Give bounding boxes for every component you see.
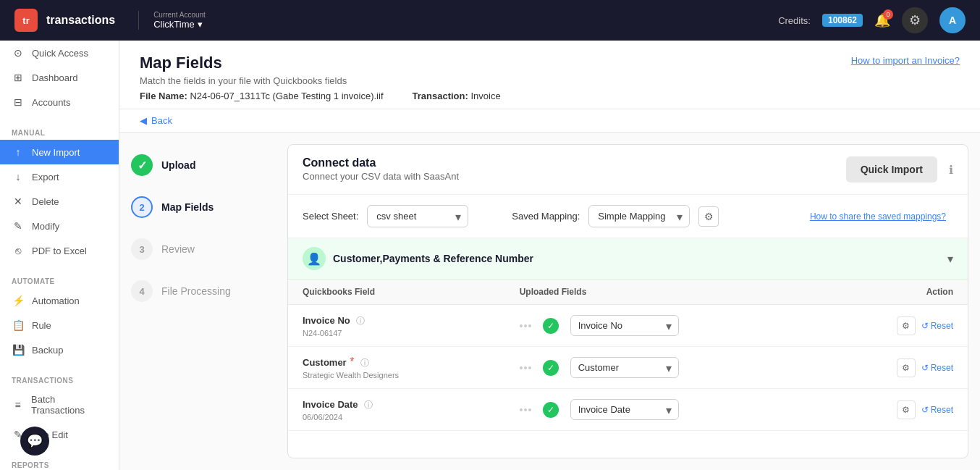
group-header-left: 👤 Customer,Payments & Reference Number [303, 247, 533, 270]
sidebar-item-pdf-to-excel[interactable]: ⎋ PDF to Excel [0, 238, 119, 263]
card-body: 👤 Customer,Payments & Reference Number ▾… [288, 238, 968, 458]
sidebar-item-delete[interactable]: ✕ Delete [0, 189, 119, 214]
col-qb-field: Quickbooks Field [303, 287, 520, 297]
sidebar-item-export[interactable]: ↓ Export [0, 164, 119, 189]
account-name[interactable]: ClickTime ▾ [153, 19, 206, 30]
avatar[interactable]: A [939, 7, 966, 33]
sidebar-item-label: Automation [32, 295, 80, 306]
reports-section-label: REPORTS [0, 453, 119, 470]
how-to-import-link[interactable]: How to import an Invoice? [851, 55, 960, 66]
main-layout: ⊙ Quick Access ⊞ Dashboard ⊟ Accounts MA… [0, 41, 980, 470]
field-settings-button[interactable]: ⚙ [897, 316, 916, 335]
app-header: tr transactions Current Account ClickTim… [0, 0, 980, 41]
notification-button[interactable]: 🔔 0 [874, 12, 890, 28]
step-circle-review: 3 [131, 238, 153, 260]
chevron-down-icon: ▾ [198, 19, 203, 30]
match-check-icon: ✓ [543, 318, 559, 334]
reset-button[interactable]: ↺ Reset [921, 321, 953, 331]
header-left: tr transactions Current Account ClickTim… [14, 9, 206, 32]
account-info: Current Account ClickTime ▾ [138, 11, 206, 30]
select-sheet-label: Select Sheet: [303, 211, 358, 222]
group-header[interactable]: 👤 Customer,Payments & Reference Number ▾ [288, 238, 968, 280]
uploaded-field-dropdown[interactable]: Customer [570, 357, 679, 378]
back-button[interactable]: ◀ Back [140, 115, 172, 126]
match-check-icon: ✓ [543, 360, 559, 376]
backup-icon: 💾 [12, 344, 25, 356]
header-right: Credits: 100862 🔔 0 ⚙ A [778, 7, 966, 33]
connector-line [520, 408, 531, 411]
action-col-customer: ⚙ ↺ Reset [736, 358, 953, 377]
step-review: 3 Review [131, 228, 276, 270]
account-label: Current Account [153, 11, 206, 19]
action-col-invoice-no: ⚙ ↺ Reset [736, 316, 953, 335]
sidebar-item-live-edit[interactable]: ✎ Live Edit [0, 422, 119, 447]
sidebar-item-label: Rule [32, 320, 51, 331]
saved-mapping-dropdown[interactable]: Simple Mapping [588, 205, 690, 227]
info-icon[interactable]: ⓘ [364, 400, 373, 410]
main-content: Map Fields Match the fields in your file… [119, 41, 980, 470]
sidebar-item-label: Backup [32, 345, 63, 356]
sidebar-item-label: Accounts [32, 97, 70, 108]
chat-fab-button[interactable]: 💬 [20, 427, 49, 456]
notification-badge: 0 [883, 9, 893, 20]
uploaded-field-dropdown[interactable]: Invoice No [570, 315, 679, 336]
saved-mapping-wrapper: Simple Mapping [588, 205, 690, 227]
field-settings-button[interactable]: ⚙ [897, 358, 916, 377]
reset-button[interactable]: ↺ Reset [921, 363, 953, 373]
sidebar: ⊙ Quick Access ⊞ Dashboard ⊟ Accounts MA… [0, 41, 119, 470]
rule-icon: 📋 [12, 319, 25, 331]
sidebar-item-automation[interactable]: ⚡ Automation [0, 288, 119, 313]
logo-icon: tr [14, 9, 38, 32]
sidebar-item-batch-transactions[interactable]: ≡ Batch Transactions [0, 387, 119, 422]
col-action: Action [736, 287, 953, 297]
table-row: Invoice Date ⓘ 06/06/2024 [288, 389, 968, 431]
automate-section-label: AUTOMATE [0, 269, 119, 288]
how-to-share-link[interactable]: How to share the saved mappings? [762, 211, 953, 222]
sidebar-item-accounts[interactable]: ⊟ Accounts [0, 90, 119, 114]
field-label: Invoice No ⓘ [303, 314, 520, 327]
select-sheet-dropdown[interactable]: csv sheet [367, 205, 468, 227]
sidebar-item-label: Quick Access [32, 48, 88, 59]
transactions-section-label: TRANSACTIONS [0, 368, 119, 387]
qb-field-invoice-no: Invoice No ⓘ N24-06147 [303, 314, 520, 337]
quick-access-icon: ⊙ [12, 47, 25, 59]
saved-mapping-group: Saved Mapping: Simple Mapping ⚙ [512, 205, 719, 227]
help-icon[interactable]: ℹ [949, 163, 953, 177]
back-arrow-icon: ◀ [140, 115, 147, 126]
steps-panel: ✓ Upload 2 Map Fields 3 Review 4 File Pr… [131, 144, 276, 458]
sidebar-item-backup[interactable]: 💾 Backup [0, 337, 119, 362]
card-header: Connect data Connect your CSV data with … [288, 145, 968, 195]
reset-button[interactable]: ↺ Reset [921, 405, 953, 415]
sidebar-item-dashboard[interactable]: ⊞ Dashboard [0, 65, 119, 90]
field-settings-button[interactable]: ⚙ [897, 400, 916, 419]
manual-section-label: MANUAL [0, 120, 119, 140]
reset-icon: ↺ [921, 405, 929, 415]
breadcrumb-bar: ◀ Back [119, 109, 980, 133]
quick-import-button[interactable]: Quick Import [846, 156, 937, 182]
mapping-settings-button[interactable]: ⚙ [698, 206, 719, 227]
field-label: Invoice Date ⓘ [303, 398, 520, 411]
uploaded-field-dropdown[interactable]: Invoice Date [570, 399, 679, 420]
content-area: ✓ Upload 2 Map Fields 3 Review 4 File Pr… [119, 133, 980, 470]
batch-icon: ≡ [12, 399, 24, 411]
required-marker: * [350, 356, 354, 368]
step-label-processing: File Processing [161, 285, 231, 297]
group-name: Customer,Payments & Reference Number [333, 253, 533, 264]
saved-mapping-label: Saved Mapping: [512, 211, 580, 222]
settings-button[interactable]: ⚙ [902, 7, 928, 33]
sidebar-item-rule[interactable]: 📋 Rule [0, 313, 119, 337]
modify-icon: ✎ [12, 220, 25, 232]
sidebar-item-modify[interactable]: ✎ Modify [0, 214, 119, 238]
step-circle-processing: 4 [131, 280, 153, 302]
info-icon[interactable]: ⓘ [360, 358, 369, 368]
automation-icon: ⚡ [12, 295, 25, 306]
sidebar-item-new-import[interactable]: ↑ New Import [0, 140, 119, 164]
step-label-upload: Upload [161, 159, 195, 171]
sidebar-item-quick-access[interactable]: ⊙ Quick Access [0, 41, 119, 65]
info-icon[interactable]: ⓘ [356, 316, 365, 326]
brand-name: transactions [46, 14, 115, 27]
uploaded-field-wrapper: Invoice No [570, 315, 679, 336]
step-label-review: Review [161, 243, 195, 255]
chevron-down-icon: ▾ [947, 252, 953, 266]
dot [520, 324, 523, 327]
